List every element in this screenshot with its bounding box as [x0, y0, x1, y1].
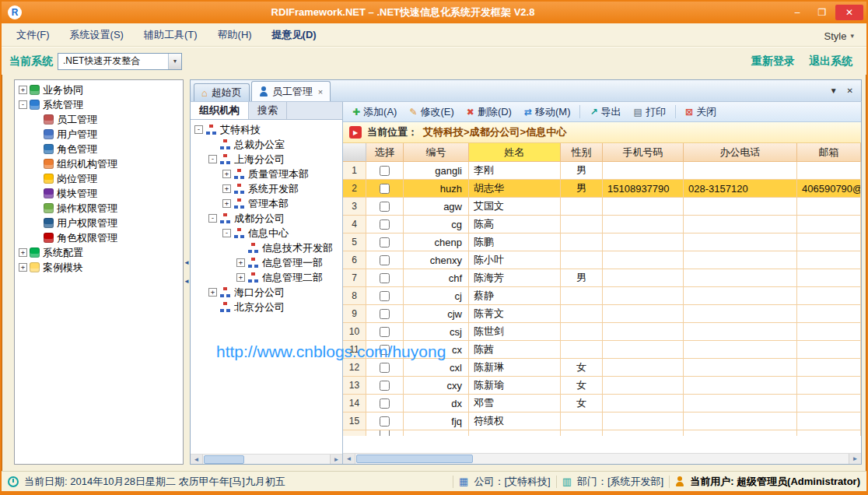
row-checkbox[interactable] — [380, 398, 390, 409]
table-row[interactable] — [343, 430, 861, 436]
org-tree-item[interactable]: - ✔ 信息中心 — [192, 226, 342, 240]
tree-expander-icon[interactable]: + — [208, 288, 217, 297]
column-header-email[interactable]: 邮箱 — [797, 143, 861, 162]
org-tree-item[interactable]: - ✔ 艾特科技 — [192, 122, 342, 137]
module-tree-item[interactable]: 角色权限管理 — [16, 230, 183, 245]
module-tree-item[interactable]: + 业务协同 — [16, 82, 183, 97]
tab-list-icon[interactable]: ▼ — [830, 86, 838, 95]
menu-item[interactable]: 辅助工具(T) — [134, 23, 208, 47]
table-row[interactable]: 11 cx 陈茜 — [343, 341, 861, 359]
document-tab[interactable]: 超始页 — [194, 83, 250, 101]
scroll-right-icon[interactable]: ► — [330, 455, 342, 464]
module-tree-item[interactable]: + 系统配置 — [16, 245, 183, 260]
column-header-gender[interactable]: 性别 — [561, 143, 603, 162]
row-checkbox[interactable] — [380, 327, 390, 337]
splitter-collapse-icon[interactable]: ◄ — [184, 259, 190, 267]
tree-expander-icon[interactable]: + — [236, 258, 245, 267]
row-checkbox[interactable] — [380, 255, 390, 265]
org-horizontal-scrollbar[interactable]: ◄ ► — [191, 454, 342, 464]
row-checkbox[interactable] — [380, 273, 390, 283]
table-row[interactable]: 14 dx 邓雪 女 — [343, 395, 861, 412]
org-tree-item[interactable]: ✔ 信息技术开发部 — [192, 240, 342, 255]
module-tree-item[interactable]: 员工管理 — [16, 112, 183, 127]
system-select[interactable]: .NET快速开发整合 ▾ — [58, 53, 182, 70]
row-checkbox[interactable] — [380, 430, 390, 436]
org-tree-item[interactable]: + ✔ 管理本部 — [192, 196, 342, 211]
row-checkbox[interactable] — [380, 345, 390, 355]
tree-expander-icon[interactable]: + — [19, 248, 27, 257]
column-header-name[interactable]: 姓名 — [469, 143, 561, 162]
splitter-collapse-icon[interactable]: ◄ — [184, 278, 190, 286]
table-row[interactable]: 3 agw 艾国文 — [343, 198, 861, 216]
chevron-down-icon[interactable]: ▾ — [168, 54, 181, 69]
tree-expander-icon[interactable]: + — [222, 199, 231, 208]
row-checkbox[interactable] — [380, 363, 390, 373]
org-tree-item[interactable]: + ✔ 信息管理一部 — [192, 255, 342, 270]
column-header-mobile[interactable]: 手机号码 — [603, 143, 684, 162]
row-checkbox[interactable] — [380, 237, 390, 248]
toolbar-button[interactable]: ✎ 修改(E) — [403, 103, 460, 121]
tree-expander-icon[interactable]: + — [19, 263, 27, 272]
toolbar-button[interactable]: ✖ 删除(D) — [460, 103, 518, 121]
minimize-button[interactable]: – — [786, 5, 809, 20]
table-row[interactable]: 1 gangli 李刚 男 — [343, 162, 861, 180]
menu-item[interactable]: 系统设置(S) — [60, 23, 134, 47]
splitter[interactable]: ◄ ◄ — [184, 79, 190, 465]
scroll-left-icon[interactable]: ◄ — [191, 455, 203, 464]
menu-item[interactable]: 文件(F) — [6, 23, 60, 47]
toolbar-button[interactable]: ⇄ 移动(M) — [518, 103, 577, 121]
table-row[interactable]: 5 chenp 陈鹏 — [343, 233, 861, 251]
tree-expander-icon[interactable]: + — [222, 184, 231, 193]
row-checkbox[interactable] — [380, 291, 390, 301]
table-row[interactable]: 9 cjw 陈菁文 — [343, 305, 861, 323]
table-row[interactable]: 12 cxl 陈新琳 女 — [343, 359, 861, 377]
menu-item[interactable]: 帮助(H) — [208, 23, 262, 47]
column-header-id[interactable]: 编号 — [404, 143, 469, 162]
org-tree-item[interactable]: + ✔ 系统开发部 — [192, 181, 342, 196]
table-row[interactable]: 2 huzh 胡志华 男 15108937790 028-3157120 406… — [343, 180, 861, 198]
table-row[interactable]: 6 chenxy 陈小叶 — [343, 251, 861, 269]
tabstrip-close-icon[interactable]: ✕ — [847, 86, 853, 95]
module-tree-item[interactable]: - 系统管理 — [16, 97, 183, 112]
module-tree-item[interactable]: 角色管理 — [16, 142, 183, 156]
logout-link[interactable]: 退出系统 — [809, 54, 852, 68]
column-header-select[interactable]: 选择 — [366, 143, 404, 162]
toolbar-button[interactable]: ⊠ 关闭 — [679, 103, 723, 121]
table-row[interactable]: 7 chf 陈海芳 男 — [343, 269, 861, 287]
org-tree-item[interactable]: + ✔ 信息管理二部 — [192, 270, 342, 285]
column-header-phone[interactable]: 办公电话 — [684, 143, 797, 162]
module-tree-item[interactable]: 用户权限管理 — [16, 216, 183, 230]
table-row[interactable]: 4 cg 陈高 — [343, 216, 861, 233]
tree-expander-icon[interactable]: - — [208, 155, 217, 163]
tree-expander-icon[interactable]: - — [208, 214, 217, 223]
table-row[interactable]: 15 fjq 符绩权 — [343, 412, 861, 430]
close-button[interactable]: ✕ — [835, 5, 863, 20]
org-tree-item[interactable]: ✔ 北京分公司 — [192, 300, 342, 314]
scrollbar-thumb[interactable] — [356, 455, 473, 463]
grid-horizontal-scrollbar[interactable]: ◄ ► — [343, 453, 861, 464]
tree-expander-icon[interactable]: + — [19, 86, 27, 94]
org-tree-item[interactable]: - ✔ 上海分公司 — [192, 152, 342, 167]
scrollbar-thumb[interactable] — [204, 455, 244, 464]
org-tree-item[interactable]: - ✔ 成都分公司 — [192, 211, 342, 226]
toolbar-button[interactable]: ✚ 添加(A) — [346, 103, 403, 121]
tree-expander-icon[interactable]: + — [222, 170, 231, 178]
module-tree-item[interactable]: 组织机构管理 — [16, 156, 183, 171]
style-selector[interactable]: Style ▾ — [824, 25, 862, 47]
row-checkbox[interactable] — [380, 166, 390, 176]
tree-expander-icon[interactable]: - — [222, 229, 231, 237]
table-row[interactable]: 13 cxy 陈新瑜 女 — [343, 377, 861, 395]
row-checkbox[interactable] — [380, 309, 390, 319]
toolbar-button[interactable]: ▤ 打印 — [628, 103, 672, 121]
menu-item[interactable]: 提意见(D) — [262, 23, 327, 47]
relogin-link[interactable]: 重新登录 — [751, 54, 795, 68]
module-tree-item[interactable]: 岗位管理 — [16, 171, 183, 186]
org-tree-item[interactable]: ✔ 总裁办公室 — [192, 137, 342, 152]
org-panel-tab[interactable]: 组织机构 — [191, 102, 249, 119]
tree-expander-icon[interactable]: - — [194, 125, 203, 134]
tree-expander-icon[interactable]: + — [236, 273, 245, 282]
module-tree-item[interactable]: 用户管理 — [16, 127, 183, 142]
row-checkbox[interactable] — [380, 219, 390, 230]
tree-expander-icon[interactable]: - — [19, 100, 27, 109]
row-checkbox[interactable] — [380, 202, 390, 212]
